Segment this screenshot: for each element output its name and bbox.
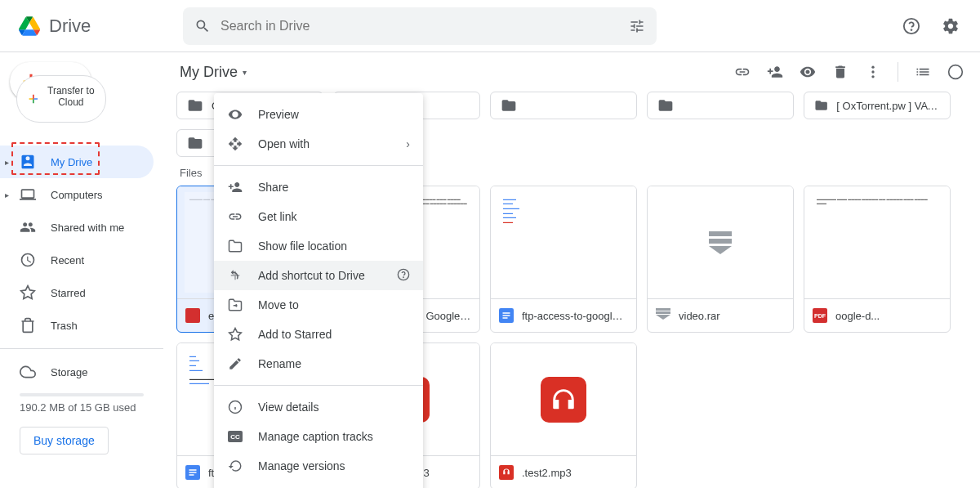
folder-icon [227, 238, 243, 254]
preview-icon[interactable] [793, 57, 822, 87]
svg-rect-13 [503, 317, 508, 319]
svg-rect-12 [503, 315, 510, 316]
file-card[interactable]: video.rar [647, 186, 794, 333]
folder-icon [657, 97, 674, 114]
menu-share[interactable]: Share [214, 172, 423, 202]
list-view-icon[interactable] [908, 57, 938, 87]
sidebar-item-recent[interactable]: Recent [0, 244, 154, 276]
video-icon [185, 308, 200, 323]
sidebar-item-label: Shared with me [51, 222, 124, 234]
folder-icon [814, 97, 828, 114]
search-icon [194, 18, 211, 34]
logo[interactable]: Drive [13, 10, 176, 43]
move-icon [227, 297, 243, 313]
buy-storage-button[interactable]: Buy storage [20, 427, 109, 454]
menu-make-copy[interactable]: Make a copy [214, 481, 423, 488]
header-actions [895, 10, 967, 43]
cc-icon: CC [227, 428, 243, 445]
folder-card[interactable] [647, 92, 794, 119]
menu-add-shortcut[interactable]: Add shortcut to Drive [214, 261, 423, 290]
trash-icon [20, 317, 36, 334]
file-card[interactable]: .test2.mp3 [490, 342, 637, 488]
menu-move-to[interactable]: Move to [214, 290, 423, 320]
storage-used-text: 190.2 MB of 15 GB used [0, 398, 163, 417]
folder-card[interactable]: [ OxTorrent.pw ] VA - HI... [804, 92, 951, 119]
menu-manage-versions[interactable]: Manage versions [214, 451, 423, 481]
chevron-right-icon: ▸ [5, 158, 9, 167]
breadcrumb[interactable]: My Drive ▾ [180, 64, 247, 81]
caret-down-icon: ▾ [243, 68, 247, 77]
svg-rect-15 [189, 469, 197, 471]
file-card[interactable]: ▬▬▬▬▬▬▬▬▬▬▬▬▬▬▬▬▬▬▬▬▬▬ ftp-access-to-goo… [490, 186, 637, 333]
transfer-to-cloud-pill[interactable]: Transfer to Cloud [16, 75, 106, 123]
people-icon [20, 219, 36, 235]
svg-point-5 [949, 65, 963, 79]
svg-rect-19 [499, 465, 514, 480]
eye-icon [227, 106, 243, 123]
svg-point-3 [871, 70, 874, 73]
folder-icon [187, 97, 203, 114]
remove-icon[interactable] [826, 57, 855, 87]
get-link-icon[interactable] [728, 57, 757, 87]
storage-bar [20, 393, 144, 396]
star-icon [20, 284, 36, 301]
file-card[interactable]: ▬▬▬▬▬▬ ▬▬▬ ▬▬▬▬ ▬▬▬▬▬ ▬▬ ▬▬▬▬▬ ▬▬▬ ▬▬▬▬ … [804, 186, 951, 333]
share-icon[interactable] [760, 57, 790, 87]
pdf-icon: PDF [813, 308, 827, 323]
sidebar-item-storage[interactable]: Storage [0, 356, 154, 388]
person-add-icon [227, 179, 243, 195]
app-name: Drive [49, 16, 91, 37]
versions-icon [227, 458, 243, 474]
sidebar-item-starred[interactable]: Starred [0, 276, 154, 309]
cloud-icon [20, 364, 36, 380]
drive-logo-icon [13, 10, 46, 43]
pencil-icon [227, 356, 243, 372]
sidebar-item-label: Recent [51, 254, 84, 266]
sidebar-item-shared[interactable]: Shared with me [0, 211, 154, 244]
main: New Transfer to Cloud ▸ My Drive ▸ Compu… [0, 52, 980, 488]
folder-card[interactable] [490, 92, 637, 119]
sidebar-item-computers[interactable]: ▸ Computers [0, 178, 154, 211]
menu-open-with[interactable]: Open with› [214, 129, 423, 159]
open-with-icon [227, 136, 243, 152]
svg-point-2 [871, 66, 874, 69]
sidebar-item-label: Computers [51, 189, 103, 201]
sidebar-item-my-drive[interactable]: ▸ My Drive [0, 146, 154, 178]
details-icon[interactable] [941, 57, 970, 87]
chevron-right-icon: ▸ [5, 190, 9, 199]
breadcrumb-bar: My Drive ▾ [173, 52, 970, 92]
menu-show-location[interactable]: Show file location [214, 231, 423, 261]
settings-icon[interactable] [934, 10, 967, 43]
menu-get-link[interactable]: Get link [214, 202, 423, 231]
menu-preview[interactable]: Preview [214, 100, 423, 129]
menu-view-details[interactable]: View details [214, 392, 423, 422]
sidebar: New Transfer to Cloud ▸ My Drive ▸ Compu… [0, 52, 163, 488]
svg-point-1 [911, 29, 912, 30]
tune-icon[interactable] [629, 18, 645, 34]
more-icon[interactable] [858, 57, 888, 87]
sidebar-item-label: Storage [51, 366, 88, 378]
selection-toolbar [728, 57, 970, 87]
folder-icon [501, 97, 517, 114]
archive-icon [709, 231, 732, 254]
svg-rect-17 [189, 474, 194, 476]
header: Drive [0, 0, 980, 52]
context-menu: Preview Open with› Share Get link Show f… [214, 93, 423, 488]
svg-point-4 [871, 75, 874, 78]
drive-icon [20, 154, 36, 170]
sidebar-item-label: My Drive [51, 156, 92, 168]
shortcut-icon [227, 267, 243, 284]
menu-rename[interactable]: Rename [214, 349, 423, 378]
help-icon[interactable] [895, 10, 928, 43]
chevron-right-icon: › [406, 137, 410, 150]
search-input[interactable] [220, 19, 629, 34]
search-bar[interactable] [183, 7, 657, 45]
menu-add-starred[interactable]: Add to Starred [214, 320, 423, 349]
folder-icon [187, 135, 203, 151]
star-icon [227, 326, 243, 342]
help-icon [397, 268, 410, 284]
content: My Drive ▾ Cats Sync [ OxTorrent.pw ] VA… [163, 52, 980, 488]
menu-caption-tracks[interactable]: CCManage caption tracks [214, 422, 423, 451]
sidebar-item-trash[interactable]: Trash [0, 309, 154, 342]
svg-rect-11 [503, 312, 510, 314]
